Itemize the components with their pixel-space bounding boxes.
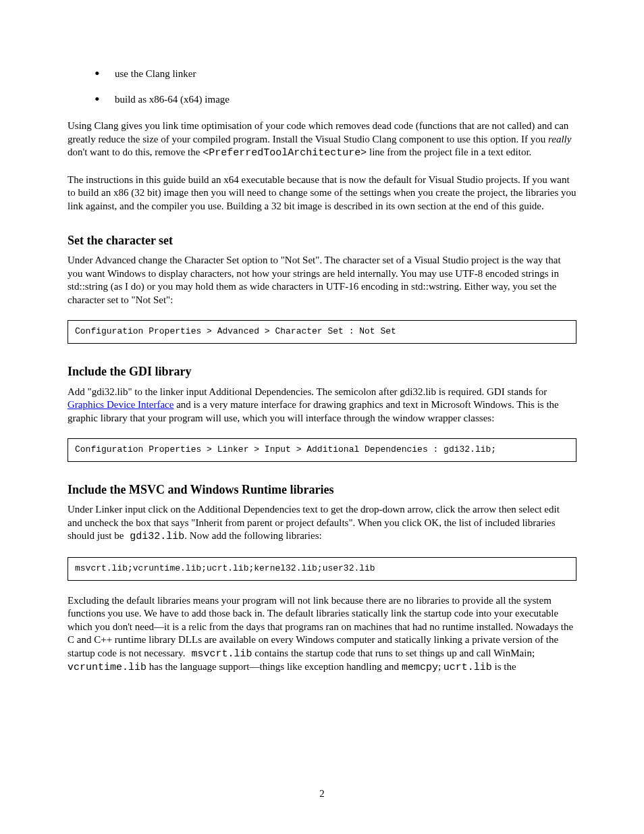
section-heading: Set the character set xyxy=(68,233,576,249)
paragraph: Using Clang gives you link time optimisa… xyxy=(68,120,576,160)
code-block: Configuration Properties > Advanced > Ch… xyxy=(68,320,576,344)
section-heading: Include the GDI library xyxy=(68,364,576,380)
paragraph: Add "gdi32.lib" to the linker input Addi… xyxy=(68,386,576,425)
code-block: Configuration Properties > Linker > Inpu… xyxy=(68,438,576,462)
page-number: 2 xyxy=(0,787,644,801)
list-item: build as x86-64 (x64) image xyxy=(95,93,576,107)
code-block: msvcrt.lib;vcruntime.lib;ucrt.lib;kernel… xyxy=(68,557,576,581)
list-item: use the Clang linker xyxy=(95,68,576,81)
paragraph: Excluding the default libraries means yo… xyxy=(68,594,576,675)
section-heading: Include the MSVC and Windows Runtime lib… xyxy=(68,482,576,498)
gdi-link[interactable]: Graphics Device Interface xyxy=(68,399,173,410)
paragraph: The instructions in this guide build an … xyxy=(68,174,576,213)
paragraph: Under Advanced change the Character Set … xyxy=(68,254,576,307)
paragraph: Under Linker input click on the Addition… xyxy=(68,503,576,544)
